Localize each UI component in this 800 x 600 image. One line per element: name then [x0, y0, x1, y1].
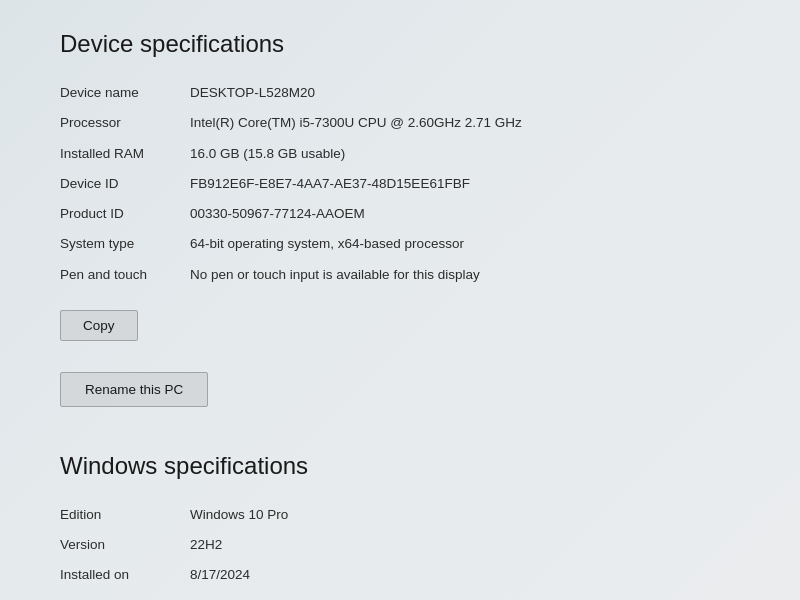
- device-row-label-4: Product ID: [60, 199, 190, 229]
- windows-row-label-0: Edition: [60, 500, 190, 530]
- device-row-label-1: Processor: [60, 108, 190, 138]
- device-row-value-5: 64-bit operating system, x64-based proce…: [190, 229, 760, 259]
- device-row-label-5: System type: [60, 229, 190, 259]
- windows-row-value-1: 22H2: [190, 530, 760, 560]
- device-row-value-6: No pen or touch input is available for t…: [190, 260, 760, 290]
- windows-section-title: Windows specifications: [60, 452, 760, 480]
- device-table-row: Processor Intel(R) Core(TM) i5-7300U CPU…: [60, 108, 760, 138]
- device-row-label-0: Device name: [60, 78, 190, 108]
- windows-table-row: OS build 19045.4780: [60, 591, 760, 601]
- device-table-row: Device ID FB912E6F-E8E7-4AA7-AE37-48D15E…: [60, 169, 760, 199]
- rename-pc-button[interactable]: Rename this PC: [60, 372, 208, 407]
- device-row-label-6: Pen and touch: [60, 260, 190, 290]
- copy-button[interactable]: Copy: [60, 310, 138, 341]
- divider: [60, 356, 760, 357]
- device-section-title: Device specifications: [60, 30, 760, 58]
- device-row-value-1: Intel(R) Core(TM) i5-7300U CPU @ 2.60GHz…: [190, 108, 760, 138]
- device-row-label-3: Device ID: [60, 169, 190, 199]
- windows-row-label-1: Version: [60, 530, 190, 560]
- device-row-value-2: 16.0 GB (15.8 GB usable): [190, 139, 760, 169]
- windows-row-label-3: OS build: [60, 591, 190, 601]
- copy-button-row: Copy: [60, 310, 760, 341]
- windows-row-value-3: 19045.4780: [190, 591, 760, 601]
- windows-row-label-2: Installed on: [60, 560, 190, 590]
- device-table-row: Device name DESKTOP-L528M20: [60, 78, 760, 108]
- device-row-value-3: FB912E6F-E8E7-4AA7-AE37-48D15EE61FBF: [190, 169, 760, 199]
- windows-row-value-0: Windows 10 Pro: [190, 500, 760, 530]
- device-row-value-0: DESKTOP-L528M20: [190, 78, 760, 108]
- device-table-row: Product ID 00330-50967-77124-AAOEM: [60, 199, 760, 229]
- device-table-row: Installed RAM 16.0 GB (15.8 GB usable): [60, 139, 760, 169]
- device-row-value-4: 00330-50967-77124-AAOEM: [190, 199, 760, 229]
- device-row-label-2: Installed RAM: [60, 139, 190, 169]
- device-table-row: Pen and touch No pen or touch input is a…: [60, 260, 760, 290]
- windows-table-row: Edition Windows 10 Pro: [60, 500, 760, 530]
- windows-table-row: Version 22H2: [60, 530, 760, 560]
- rename-button-row: Rename this PC: [60, 372, 760, 437]
- device-specs-table: Device name DESKTOP-L528M20 Processor In…: [60, 78, 760, 290]
- windows-row-value-2: 8/17/2024: [190, 560, 760, 590]
- windows-specs-table: Edition Windows 10 Pro Version 22H2 Inst…: [60, 500, 760, 600]
- device-table-row: System type 64-bit operating system, x64…: [60, 229, 760, 259]
- page-container: Device specifications Device name DESKTO…: [0, 0, 800, 600]
- windows-table-row: Installed on 8/17/2024: [60, 560, 760, 590]
